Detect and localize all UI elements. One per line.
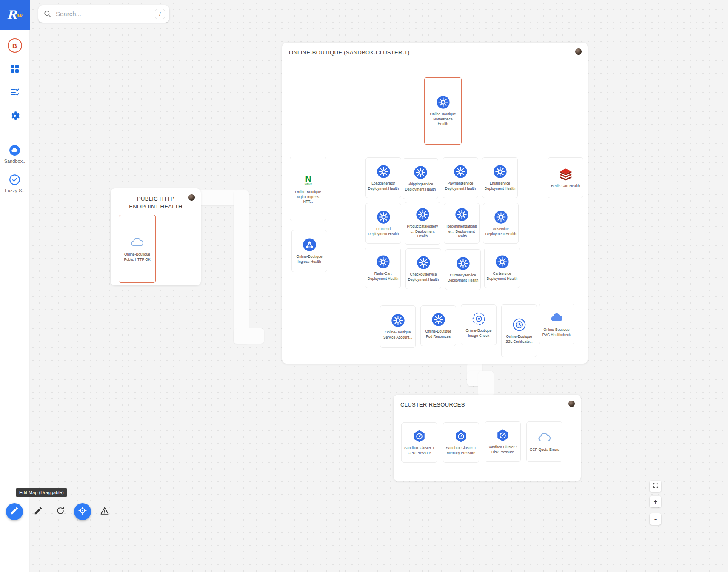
connector-pipe bbox=[234, 190, 249, 344]
map-node-cpu-pressure[interactable]: Sandbox-Cluster-1 CPU Pressure bbox=[401, 422, 437, 463]
node-label: Online-Boutique Public HTTP OK bbox=[123, 252, 151, 262]
map-node-recommendation-deployment[interactable]: Recommendationser... Deployment Health bbox=[444, 203, 480, 244]
node-label: Emailservice Deployment Health bbox=[484, 181, 516, 191]
cloud-outline-icon bbox=[130, 236, 144, 250]
checklist-icon bbox=[10, 87, 20, 99]
cert-icon bbox=[512, 318, 526, 332]
edit-map-button[interactable] bbox=[6, 503, 23, 520]
group-title: PUBLIC HTTP ENDPOINT HEALTH bbox=[123, 195, 189, 211]
map-node-cartservice-deployment[interactable]: Cartservice Deployment Health bbox=[484, 248, 520, 288]
search-input[interactable] bbox=[56, 10, 151, 17]
group-owner-avatar bbox=[575, 48, 582, 55]
scan-icon bbox=[472, 312, 486, 326]
map-node-adservice-deployment[interactable]: Adservice Deployment Health bbox=[483, 203, 519, 244]
k8s-icon bbox=[377, 210, 391, 224]
app-logo[interactable]: Rw bbox=[0, 0, 30, 30]
sidebar: Rw B Sandbox.. Fuzzy-S.. bbox=[0, 0, 30, 572]
locate-button[interactable] bbox=[74, 503, 91, 520]
workspace-label: Fuzzy-S.. bbox=[5, 188, 24, 193]
k8s-icon bbox=[456, 256, 470, 270]
map-node-productcatalog-deployment[interactable]: Productcatalogservi... Deployment Health bbox=[405, 202, 440, 245]
group-online-boutique[interactable]: ONLINE-BOUTIQUE (SANDBOX-CLUSTER-1)Onlin… bbox=[282, 43, 588, 364]
map-node-image-check[interactable]: Online-Boutique Image Check bbox=[461, 304, 497, 345]
logo-letter-r: R bbox=[7, 8, 17, 22]
sidebar-item-map[interactable] bbox=[9, 63, 21, 76]
cloud-filled-icon bbox=[550, 311, 564, 325]
map-node-ssl-certificate[interactable]: Online-Boutique SSL Certificate... bbox=[501, 304, 537, 357]
draw-button[interactable] bbox=[30, 503, 47, 520]
group-owner-avatar bbox=[568, 401, 575, 407]
map-node-pvc-healthcheck[interactable]: Online-Boutique PVC Healthcheck bbox=[539, 304, 574, 344]
map-node-currencyservice-deployment[interactable]: Currencyservice Deployment Health bbox=[445, 249, 481, 290]
fit-view-button[interactable] bbox=[650, 481, 661, 492]
node-label: Online-Boutique SSL Certificate... bbox=[503, 334, 535, 344]
k8s-icon bbox=[391, 313, 405, 327]
node-label: Online-Boutique PVC Healthcheck bbox=[541, 327, 572, 338]
node-label: Online-Boutique Pod Resources bbox=[423, 329, 454, 339]
map-node-namespace-health[interactable]: Online-Boutique Namespace Health bbox=[427, 93, 459, 130]
k8s-icon bbox=[495, 255, 509, 269]
map-node-pod-resources[interactable]: Online-Boutique Pod Resources bbox=[420, 305, 456, 346]
logo-letter-w: w bbox=[16, 11, 23, 19]
hexagon-icon bbox=[412, 429, 426, 443]
check-circle-icon bbox=[9, 174, 20, 185]
search-shortcut-badge: / bbox=[155, 9, 165, 19]
node-label: Redis-Cart Health bbox=[551, 184, 580, 189]
map-node-public-http-ok[interactable]: Online-Boutique Public HTTP OK bbox=[121, 233, 153, 265]
node-label: Cartservice Deployment Health bbox=[486, 271, 518, 282]
sidebar-item-tasks[interactable] bbox=[9, 87, 21, 100]
map-node-checkoutservice-deployment[interactable]: Checkoutservice Deployment Health bbox=[405, 248, 441, 289]
zoom-out-button[interactable]: - bbox=[650, 513, 661, 525]
map-node-shippingservice-deployment[interactable]: Shippingservice Deployment Health bbox=[403, 158, 438, 199]
map-node-redis-cart-health[interactable]: Redis-Cart Health bbox=[548, 157, 583, 198]
map-node-emailservice-deployment[interactable]: Emailservice Deployment Health bbox=[482, 157, 518, 198]
map-node-nginx-ingress-http[interactable]: NNGINXOnline-Boutique Nginx Ingress HTT.… bbox=[290, 157, 326, 221]
node-label: Adservice Deployment Health bbox=[485, 227, 517, 237]
ingress-icon bbox=[303, 238, 317, 252]
edit-map-tooltip: Edit Map (Draggable) bbox=[16, 488, 67, 497]
k8s-icon bbox=[376, 255, 390, 269]
map-node-loadgenerator-deployment[interactable]: Loadgenerator Deployment Health bbox=[365, 157, 401, 198]
map-node-redis-cart-deployment[interactable]: Redis-Cart Deployment Health bbox=[365, 248, 401, 288]
map-node-service-accounts[interactable]: Online-Boutique Service Account... bbox=[380, 305, 416, 348]
node-label: Checkoutservice Deployment Health bbox=[408, 272, 439, 282]
node-label: Paymentservice Deployment Health bbox=[445, 181, 476, 191]
group-public-http[interactable]: PUBLIC HTTP ENDPOINT HEALTHOnline-Boutiq… bbox=[111, 188, 201, 285]
fit-screen-icon bbox=[652, 482, 659, 491]
node-label: Online-Boutique Nginx Ingress HTT... bbox=[292, 190, 324, 205]
reset-view-button[interactable] bbox=[52, 503, 69, 520]
hexagon-icon bbox=[454, 429, 468, 443]
map-node-paymentservice-deployment[interactable]: Paymentservice Deployment Health bbox=[443, 157, 478, 198]
node-label: Redis-Cart Deployment Health bbox=[367, 271, 399, 282]
redis-icon bbox=[559, 167, 573, 181]
sidebar-item-workspace-fuzzy[interactable]: Fuzzy-S.. bbox=[5, 174, 24, 193]
search-bar[interactable]: / bbox=[38, 5, 169, 23]
workspace-label: Sandbox.. bbox=[4, 159, 26, 164]
k8s-icon bbox=[431, 313, 445, 327]
map-node-frontend-deployment[interactable]: Frontend Deployment Health bbox=[365, 203, 401, 244]
k8s-icon bbox=[493, 165, 507, 179]
connector-pipe bbox=[478, 371, 494, 397]
sidebar-item-workspace-sandbox[interactable]: Sandbox.. bbox=[4, 145, 26, 164]
node-label: Online-Boutique Ingress Health bbox=[294, 254, 325, 265]
warnings-button[interactable] bbox=[96, 503, 113, 520]
map-node-ingress-health[interactable]: Online-Boutique Ingress Health bbox=[291, 230, 327, 272]
warning-icon bbox=[100, 506, 109, 517]
node-label: Shippingservice Deployment Health bbox=[405, 182, 436, 192]
sidebar-item-settings[interactable] bbox=[9, 110, 21, 123]
group-title: ONLINE-BOUTIQUE (SANDBOX-CLUSTER-1) bbox=[289, 49, 571, 57]
k8s-icon bbox=[436, 95, 450, 109]
map-node-gcp-quota-errors[interactable]: GCP Quota Errors bbox=[526, 421, 562, 462]
group-cluster-resources[interactable]: CLUSTER RESOURCESSandbox-Cluster-1 CPU P… bbox=[394, 395, 581, 481]
map-node-disk-pressure[interactable]: Sandbox-Cluster-1 Disk Pressure bbox=[485, 421, 521, 462]
k8s-icon bbox=[454, 165, 468, 179]
node-label: Frontend Deployment Health bbox=[368, 227, 399, 237]
cloud-outline-icon bbox=[537, 431, 551, 445]
node-label: Sandbox-Cluster-1 Disk Pressure bbox=[487, 445, 519, 455]
map-node-memory-pressure[interactable]: Sandbox-Cluster-1 Memory Pressure bbox=[443, 422, 479, 463]
sidebar-divider bbox=[6, 134, 24, 134]
user-avatar[interactable]: B bbox=[8, 38, 22, 53]
node-label: GCP Quota Errors bbox=[530, 447, 559, 452]
zoom-in-button[interactable]: + bbox=[650, 496, 661, 507]
k8s-icon bbox=[377, 165, 391, 179]
